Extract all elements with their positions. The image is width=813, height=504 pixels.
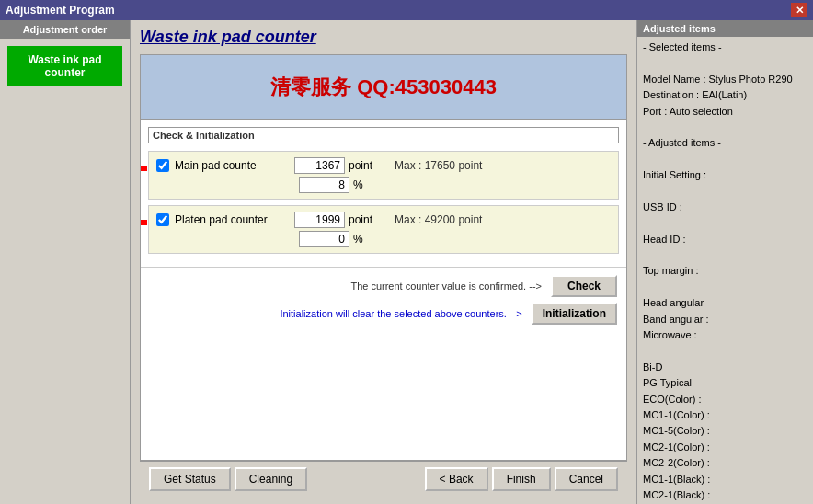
right-sidebar-item: MC1-1(Color) : bbox=[643, 408, 807, 422]
right-sidebar-item: Head ID : bbox=[643, 233, 807, 246]
right-items-list: - Selected items - Model Name : Stylus P… bbox=[643, 40, 807, 504]
platen-pad-label: Platen pad counter bbox=[175, 213, 294, 226]
adjusted-items-header: Adjusted items bbox=[637, 20, 813, 37]
right-sidebar-item bbox=[643, 216, 807, 230]
main-pad-line1: Main pad counte point Max : 17650 point bbox=[156, 157, 611, 174]
arrow-main-pad bbox=[141, 159, 147, 180]
cleaning-button[interactable]: Cleaning bbox=[235, 467, 307, 491]
platen-pad-pct-unit: % bbox=[353, 233, 363, 246]
back-button[interactable]: < Back bbox=[425, 467, 488, 491]
right-sidebar-item: Head angular bbox=[643, 296, 807, 310]
right-sidebar-item bbox=[643, 120, 807, 134]
main-pad-max: Max : 17650 point bbox=[395, 159, 482, 172]
right-sidebar-item bbox=[643, 153, 807, 166]
right-sidebar-item: USB ID : bbox=[643, 200, 807, 214]
confirm-row: The current counter value is confirmed. … bbox=[150, 275, 617, 297]
right-sidebar-item: ECO(Color) : bbox=[643, 393, 807, 407]
cancel-button[interactable]: Cancel bbox=[555, 467, 618, 491]
title-bar: Adjustment Program ✕ bbox=[0, 0, 813, 20]
adjustment-order-header: Adjustment order bbox=[0, 20, 130, 39]
content-area: 清零服务 QQ:453030443 Check & Initialization bbox=[140, 54, 627, 461]
right-sidebar-item: Band angular : bbox=[643, 313, 807, 326]
right-sidebar-item: Destination : EAI(Latin) bbox=[643, 88, 807, 102]
get-status-button[interactable]: Get Status bbox=[149, 467, 231, 491]
right-sidebar-item bbox=[643, 281, 807, 294]
platen-pad-checkbox[interactable] bbox=[156, 213, 169, 226]
sidebar-item-waste-ink[interactable]: Waste ink pad counter bbox=[7, 46, 122, 86]
main-pad-checkbox[interactable] bbox=[156, 159, 169, 172]
sidebar-left: Adjustment order Waste ink pad counter bbox=[0, 20, 131, 504]
arrow-platen-pad bbox=[141, 213, 147, 235]
svg-marker-1 bbox=[141, 213, 147, 232]
svg-marker-0 bbox=[141, 159, 147, 178]
platen-pad-max: Max : 49200 point bbox=[395, 213, 482, 226]
section-label: Check & Initialization bbox=[148, 127, 619, 143]
main-pad-pct[interactable] bbox=[299, 177, 349, 193]
right-sidebar-item: MC1-5(Color) : bbox=[643, 424, 807, 438]
right-sidebar-item bbox=[643, 344, 807, 358]
confirm-text: The current counter value is confirmed. … bbox=[350, 281, 542, 292]
close-button[interactable]: ✕ bbox=[791, 3, 807, 17]
main-pad-pct-unit: % bbox=[353, 178, 363, 191]
main-content-area: Waste ink pad counter 清零服务 QQ:453030443 … bbox=[131, 20, 636, 504]
finish-button[interactable]: Finish bbox=[492, 467, 551, 491]
init-text: Initialization will clear the selected a… bbox=[280, 308, 521, 319]
right-sidebar-item: Bi-D bbox=[643, 361, 807, 374]
right-sidebar-item: MC2-1(Color) : bbox=[643, 441, 807, 454]
initialization-button[interactable]: Initialization bbox=[532, 303, 617, 325]
main-pad-unit: point bbox=[349, 159, 376, 172]
platen-pad-pct[interactable] bbox=[299, 231, 349, 247]
right-sidebar-item: Port : Auto selection bbox=[643, 105, 807, 119]
bottom-section: The current counter value is confirmed. … bbox=[141, 267, 626, 332]
platen-pad-counter-row: Platen pad counter point Max : 49200 poi… bbox=[148, 205, 619, 254]
platen-pad-line1: Platen pad counter point Max : 49200 poi… bbox=[156, 212, 611, 228]
main-pad-value[interactable] bbox=[294, 157, 345, 174]
right-sidebar-item: - Adjusted items - bbox=[643, 136, 807, 150]
init-row: Initialization will clear the selected a… bbox=[150, 303, 617, 325]
right-sidebar-item: - Selected items - bbox=[643, 40, 807, 54]
check-button[interactable]: Check bbox=[551, 275, 617, 297]
main-container: Adjustment order Waste ink pad counter W… bbox=[0, 20, 813, 504]
right-sidebar-item: Model Name : Stylus Photo R290 bbox=[643, 73, 807, 86]
main-pad-pct-line: % bbox=[156, 177, 611, 193]
platen-pad-value[interactable] bbox=[294, 212, 345, 228]
scrollable-area: Check & Initialization Main pad counte bbox=[141, 120, 626, 460]
right-sidebar-item: MC2-2(Color) : bbox=[643, 456, 807, 470]
right-sidebar-item bbox=[643, 185, 807, 199]
right-sidebar-item: Initial Setting : bbox=[643, 168, 807, 182]
right-sidebar-item: Microwave : bbox=[643, 328, 807, 342]
sidebar-right: Adjusted items - Selected items - Model … bbox=[636, 20, 813, 504]
footer-buttons: Get Status Cleaning < Back Finish Cancel bbox=[140, 461, 627, 497]
main-pad-counter-row: Main pad counte point Max : 17650 point … bbox=[148, 151, 619, 200]
right-sidebar-item: MC2-1(Black) : bbox=[643, 488, 807, 502]
main-pad-label: Main pad counte bbox=[175, 159, 294, 172]
title-bar-text: Adjustment Program bbox=[6, 4, 115, 17]
platen-pad-unit: point bbox=[349, 213, 376, 226]
page-title: Waste ink pad counter bbox=[140, 28, 627, 47]
right-sidebar-item: MC1-1(Black) : bbox=[643, 473, 807, 487]
check-init-section: Check & Initialization Main pad counte bbox=[141, 120, 626, 267]
right-sidebar-item bbox=[643, 248, 807, 262]
right-sidebar-item: Top margin : bbox=[643, 264, 807, 278]
chinese-promo-text: 清零服务 QQ:453030443 bbox=[141, 55, 626, 120]
platen-pad-pct-line: % bbox=[156, 231, 611, 247]
right-sidebar-item bbox=[643, 56, 807, 70]
right-sidebar-item: PG Typical bbox=[643, 376, 807, 390]
